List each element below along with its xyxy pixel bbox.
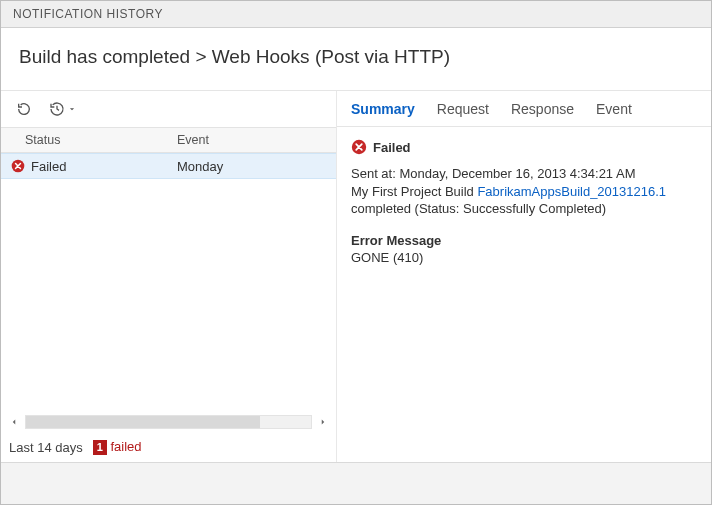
sent-at-value: Monday, December 16, 2013 4:34:21 AM [399, 166, 635, 181]
history-list-pane: Status Event Failed Monday [1, 91, 336, 462]
history-range-dropdown[interactable] [49, 101, 77, 117]
tab-summary[interactable]: Summary [351, 101, 415, 117]
build-link[interactable]: FabrikamAppsBuild_20131216.1 [477, 184, 666, 199]
error-icon [351, 139, 367, 155]
build-line: My First Project Build FabrikamAppsBuild… [351, 183, 697, 218]
scroll-track[interactable] [25, 415, 312, 429]
horizontal-scrollbar[interactable] [1, 412, 336, 432]
error-heading: Error Message [351, 232, 697, 250]
failed-filter-link[interactable]: failed [110, 439, 141, 454]
window-titlebar: NOTIFICATION HISTORY [1, 1, 711, 28]
range-label: Last 14 days [9, 440, 83, 455]
tab-event[interactable]: Event [596, 101, 632, 117]
chevron-right-icon [318, 417, 328, 427]
detail-pane: Summary Request Response Event Failed Se… [336, 91, 711, 462]
history-icon [49, 101, 65, 117]
chevron-down-icon [67, 104, 77, 114]
scroll-left-button[interactable] [7, 415, 21, 429]
build-line-pre: My First Project Build [351, 184, 477, 199]
sent-at-line: Sent at: Monday, December 16, 2013 4:34:… [351, 165, 697, 183]
refresh-icon [16, 101, 32, 117]
error-icon [11, 159, 25, 173]
tab-response[interactable]: Response [511, 101, 574, 117]
page-title: Build has completed > Web Hooks (Post vi… [1, 28, 711, 90]
table-row[interactable]: Failed Monday [1, 153, 336, 179]
sent-at-prefix: Sent at: [351, 166, 399, 181]
history-table-header: Status Event [1, 127, 336, 153]
scroll-thumb[interactable] [26, 416, 260, 428]
row-status: Failed [31, 159, 66, 174]
error-body: GONE (410) [351, 249, 697, 267]
scroll-right-button[interactable] [316, 415, 330, 429]
col-header-status[interactable]: Status [1, 128, 169, 152]
row-event: Monday [169, 159, 336, 174]
window-footer [1, 462, 711, 504]
detail-status: Failed [373, 140, 411, 155]
refresh-button[interactable] [13, 98, 35, 120]
col-header-event[interactable]: Event [169, 128, 336, 152]
failed-count-badge: 1 [93, 440, 107, 455]
build-line-post: completed (Status: Successfully Complete… [351, 201, 606, 216]
chevron-left-icon [9, 417, 19, 427]
tab-request[interactable]: Request [437, 101, 489, 117]
